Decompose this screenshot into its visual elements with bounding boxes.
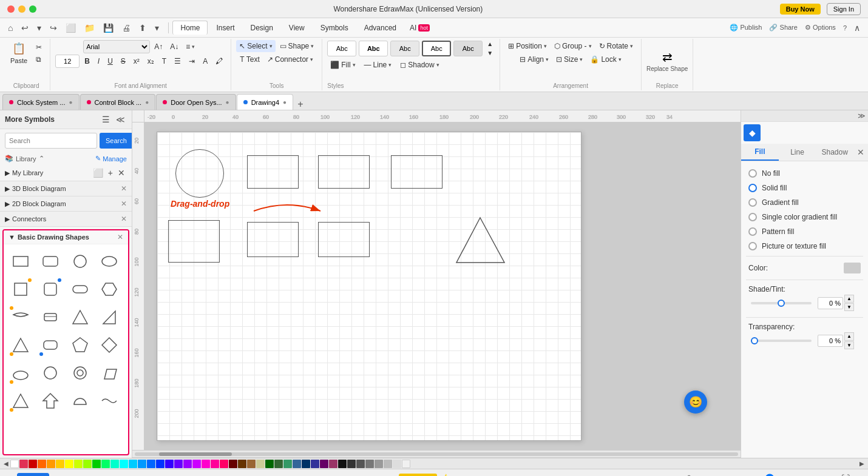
fill-option-solid[interactable]: Solid fill (746, 181, 863, 195)
tab-control-block[interactable]: Control Block ... ● (80, 94, 156, 110)
shape-rounded-rect[interactable] (38, 249, 63, 273)
export-button[interactable]: ⬆ (136, 21, 149, 35)
rotate-btn[interactable]: ↻ Rotate ▾ (596, 40, 636, 52)
color-dark-green[interactable] (265, 460, 274, 468)
color-lighter-gray[interactable] (384, 460, 392, 468)
manage-link[interactable]: ✎ Manage (95, 155, 127, 163)
increase-font-btn[interactable]: A↑ (151, 41, 166, 53)
style-swatch-5[interactable]: Abc (453, 41, 483, 56)
align-shape-btn[interactable]: ⊟ Align ▾ (517, 53, 552, 65)
shape-hexagon[interactable] (97, 277, 121, 301)
text-tool-btn[interactable]: T Text (237, 53, 262, 65)
position-btn[interactable]: ⊞ Position ▾ (505, 40, 550, 52)
color-dark-purple[interactable] (320, 460, 328, 468)
color-yellow-green[interactable] (74, 460, 83, 468)
styles-up-btn[interactable]: ▲ (485, 40, 495, 48)
my-library-add-btn[interactable]: + (106, 167, 115, 178)
highlight-btn[interactable]: 🖍 (212, 55, 226, 67)
fullscreen-btn[interactable]: ⤢ (855, 474, 862, 477)
underline-btn[interactable]: U (104, 55, 116, 67)
transparency-down-btn[interactable]: ▼ (844, 341, 854, 349)
text-style-btn[interactable]: T (159, 55, 169, 67)
shape-triangle-2[interactable] (8, 333, 33, 357)
shape-small-rect[interactable] (8, 249, 33, 273)
text-color-btn[interactable]: A (200, 55, 211, 67)
color-navy[interactable] (302, 460, 310, 468)
zoom-slider[interactable] (754, 474, 802, 477)
sidebar-menu-icon[interactable]: ☰ (100, 114, 112, 125)
list-btn[interactable]: ☰ (171, 55, 184, 67)
layers-btn[interactable]: ⬡ (685, 474, 693, 477)
rp-tab-fill[interactable]: Fill (741, 144, 779, 161)
sign-in-button[interactable]: Sign In (827, 3, 861, 15)
palette-arrow-right[interactable]: ▶ (858, 460, 866, 467)
lock-btn[interactable]: 🔒 Lock ▾ (587, 53, 624, 65)
menu-tab-advanced[interactable]: Advanced (357, 21, 404, 35)
horizontal-scrollbar[interactable] (132, 450, 741, 457)
color-medium-gray[interactable] (356, 460, 365, 468)
select-tool-btn[interactable]: ↖ Select ▾ (236, 40, 275, 52)
star-icon[interactable]: ⭐ (441, 474, 451, 477)
menu-tab-design[interactable]: Design (243, 21, 280, 35)
buy-now-bottom-btn[interactable]: Buy Now (399, 474, 437, 477)
superscript-btn[interactable]: x² (131, 55, 143, 67)
color-dark-gray[interactable] (347, 460, 356, 468)
color-mauve[interactable] (329, 460, 337, 468)
shape-ellipse[interactable] (97, 249, 121, 273)
style-swatch-3[interactable]: Abc (390, 41, 419, 56)
chat-bot-button[interactable]: 😊 (684, 391, 707, 414)
canvas-rect-2[interactable] (318, 155, 370, 189)
options-button[interactable]: ⚙ Options (802, 22, 839, 33)
shape-arrow-triangle[interactable] (38, 389, 63, 413)
shape-pentagon[interactable] (68, 333, 92, 357)
export-dropdown[interactable]: ▾ (152, 21, 162, 35)
color-blue-1[interactable] (138, 460, 146, 468)
shape-square[interactable] (8, 277, 33, 301)
color-green-2[interactable] (101, 460, 110, 468)
close-traffic-light[interactable] (7, 5, 15, 13)
right-panel-expand-btn[interactable]: ≫ (858, 112, 866, 120)
shape-rounded-square[interactable] (38, 277, 63, 301)
color-black[interactable] (338, 460, 347, 468)
style-swatch-2[interactable]: Abc (359, 41, 388, 56)
fill-option-pattern[interactable]: Pattern fill (746, 224, 863, 239)
shape-circle-2[interactable] (38, 361, 63, 385)
shape-ribbon[interactable] (8, 305, 33, 329)
color-red-1[interactable] (19, 460, 28, 468)
add-tab-button[interactable]: + (294, 99, 307, 110)
group-btn[interactable]: ⬡ Group - ▾ (551, 40, 595, 52)
tab-drawing4[interactable]: Drawing4 ● (237, 94, 294, 110)
zoom-in-btn[interactable]: + (807, 474, 812, 477)
color-blue-2[interactable] (147, 460, 155, 468)
color-teal[interactable] (110, 460, 119, 468)
color-sky-blue[interactable] (129, 460, 137, 468)
line-style-btn[interactable]: — Line ▾ (361, 59, 395, 71)
shape-rounded-rect-2[interactable] (38, 305, 63, 329)
color-maroon[interactable] (229, 460, 237, 468)
bold-btn[interactable]: B (81, 55, 93, 67)
share-button[interactable]: 🔗 Share (766, 22, 800, 33)
font-size-input[interactable] (55, 55, 80, 68)
style-swatch-1[interactable]: Abc (327, 41, 356, 56)
shade-down-btn[interactable]: ▼ (844, 303, 854, 311)
undo-dropdown[interactable]: ▾ (34, 21, 44, 35)
fill-option-no-fill[interactable]: No fill (746, 166, 863, 181)
color-bright-yellow[interactable] (65, 460, 73, 468)
shape-triangle[interactable] (68, 305, 92, 329)
size-btn[interactable]: ⊡ Size ▾ (553, 53, 586, 65)
color-dark-blue[interactable] (156, 460, 164, 468)
publish-button[interactable]: 🌐 Publish (727, 22, 765, 33)
color-hot-pink[interactable] (220, 460, 228, 468)
color-dark-indigo[interactable] (311, 460, 319, 468)
home-icon-btn[interactable]: ⌂ (5, 21, 16, 35)
canvas-rect-4[interactable] (168, 220, 220, 263)
color-swatch[interactable] (844, 263, 861, 273)
shape-half-circle[interactable] (68, 389, 92, 413)
color-white[interactable] (10, 460, 19, 468)
align-btn[interactable]: ≡ ▾ (183, 41, 198, 53)
color-orange[interactable] (38, 460, 46, 468)
color-indigo[interactable] (165, 460, 174, 468)
shape-tool-btn[interactable]: ▭ Shape ▾ (277, 40, 317, 52)
canvas-triangle[interactable] (455, 216, 506, 264)
canvas-circle[interactable] (175, 149, 224, 198)
